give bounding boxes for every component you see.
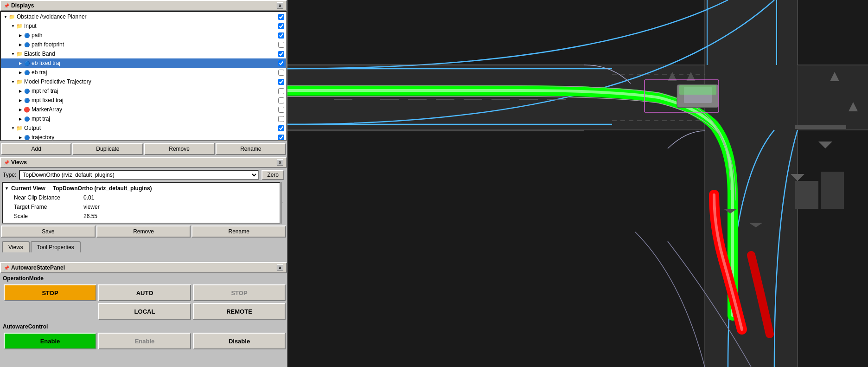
- tree-item-model-predictive[interactable]: ▼ 📁 Model Predictive Trajectory: [1, 77, 286, 86]
- expand-arrow[interactable]: ▶: [18, 135, 23, 140]
- remote-button[interactable]: REMOTE: [193, 303, 286, 320]
- tree-item-mpt-ref-traj[interactable]: ▶ 🔵 mpt ref traj: [1, 86, 286, 96]
- tab-tool-properties[interactable]: Tool Properties: [31, 241, 81, 252]
- item-checkbox[interactable]: [278, 23, 284, 29]
- display-icon: 🔵: [23, 41, 31, 48]
- expand-arrow[interactable]: ▶: [18, 107, 23, 112]
- views-save-button[interactable]: Save: [1, 225, 96, 238]
- folder-icon: 📁: [16, 50, 23, 58]
- near-clip-value: 0.01: [83, 194, 94, 201]
- tab-views[interactable]: Views: [2, 241, 30, 252]
- tree-item-mpt-traj[interactable]: ▶ 🔵 mpt traj: [1, 114, 286, 123]
- near-clip-property: Near Clip Distance 0.01: [5, 193, 278, 202]
- type-select[interactable]: TopDownOrtho (rviz_default_plugins): [19, 170, 259, 180]
- expand-arrow[interactable]: ▼: [3, 14, 8, 19]
- tree-item-elastic-band[interactable]: ▼ 📁 Elastic Band: [1, 49, 286, 58]
- tree-item-path[interactable]: ▶ 🔵 path: [1, 31, 286, 40]
- tab-bar: Views Tool Properties: [0, 239, 287, 252]
- item-checkbox[interactable]: [278, 97, 284, 103]
- tree-item-input[interactable]: ▼ 📁 Input: [1, 21, 286, 31]
- resize-handle[interactable]: ⋮: [281, 182, 286, 224]
- item-checkbox[interactable]: [278, 70, 284, 76]
- enable-disabled-button[interactable]: Enable: [98, 333, 191, 349]
- expand-arrow[interactable]: ▼: [10, 125, 16, 131]
- expand-arrow[interactable]: ▶: [18, 42, 23, 47]
- views-rename-button[interactable]: Rename: [191, 225, 286, 238]
- autoware-header: 📌 AutowareStatePanel ×: [0, 262, 287, 273]
- auto-button[interactable]: AUTO: [98, 284, 191, 301]
- expand-arrow-view[interactable]: ▼: [5, 186, 11, 191]
- tree-item-output[interactable]: ▼ 📁 Output: [1, 123, 286, 133]
- svg-rect-6: [705, 0, 798, 367]
- views-title: Views: [11, 159, 27, 166]
- target-frame-label: Target Frame: [14, 204, 83, 210]
- item-checkbox[interactable]: [278, 14, 284, 20]
- pin-icon: 📌: [4, 3, 9, 8]
- views-close-button[interactable]: ×: [277, 159, 283, 166]
- tool-properties-section: [0, 252, 287, 262]
- tree-item-obstacle-avoidance[interactable]: ▼ 📁 Obstacle Avoidance Planner: [1, 12, 286, 21]
- enable-active-button[interactable]: Enable: [4, 333, 96, 349]
- disable-button[interactable]: Disable: [193, 333, 286, 349]
- views-remove-button[interactable]: Remove: [96, 225, 191, 238]
- tree-item-marker-array[interactable]: ▶ 🔴 MarkerArray: [1, 105, 286, 114]
- tree-item-eb-fixed-traj[interactable]: ▶ 🔵 eb fixed traj: [1, 58, 286, 68]
- expand-arrow[interactable]: ▶: [18, 60, 23, 66]
- target-frame-property: Target Frame viewer: [5, 202, 278, 212]
- displays-close-button[interactable]: ×: [277, 2, 283, 9]
- expand-arrow[interactable]: ▼: [10, 51, 16, 57]
- rename-button[interactable]: Rename: [216, 143, 286, 155]
- item-checkbox[interactable]: [278, 107, 284, 113]
- expand-arrow[interactable]: ▼: [10, 23, 16, 29]
- expand-arrow[interactable]: ▶: [18, 70, 23, 75]
- autoware-title: AutowareStatePanel: [11, 264, 65, 271]
- item-label: path footprint: [32, 41, 278, 48]
- resize-dots: ⋮: [282, 201, 286, 205]
- tree-item-path-footprint[interactable]: ▶ 🔵 path footprint: [1, 40, 286, 49]
- item-checkbox[interactable]: [278, 42, 284, 48]
- viz-svg: [287, 0, 868, 367]
- type-label: Type:: [3, 172, 16, 178]
- expand-arrow[interactable]: ▼: [10, 79, 16, 84]
- item-label: eb traj: [32, 69, 278, 76]
- svg-rect-20: [821, 172, 844, 209]
- scale-value: 26.55: [83, 213, 97, 219]
- display-icon: 🔵: [23, 134, 31, 141]
- tree-item-trajectory[interactable]: ▶ 🔵 trajectory: [1, 133, 286, 141]
- folder-icon: 📁: [16, 124, 23, 132]
- marker-icon: 🔴: [23, 106, 31, 113]
- remove-button[interactable]: Remove: [144, 143, 215, 155]
- autoware-close-button[interactable]: ×: [277, 264, 283, 271]
- stop-active-button[interactable]: STOP: [4, 284, 96, 301]
- expand-arrow[interactable]: ▶: [18, 116, 23, 122]
- item-checkbox[interactable]: [278, 125, 284, 131]
- expand-arrow[interactable]: ▶: [18, 32, 23, 38]
- item-checkbox[interactable]: [278, 32, 284, 39]
- zero-button[interactable]: Zero: [262, 170, 284, 180]
- item-checkbox[interactable]: [278, 88, 284, 94]
- item-checkbox[interactable]: [278, 60, 284, 66]
- tree-item-eb-traj[interactable]: ▶ 🔵 eb traj: [1, 68, 286, 77]
- item-checkbox[interactable]: [278, 51, 284, 57]
- displays-title: Displays: [11, 2, 34, 9]
- expand-arrow[interactable]: ▶: [18, 88, 23, 94]
- item-checkbox[interactable]: [278, 79, 284, 85]
- expand-arrow[interactable]: ▶: [18, 97, 23, 103]
- item-label: mpt fixed traj: [32, 97, 278, 103]
- item-label: trajectory: [32, 134, 278, 141]
- item-checkbox[interactable]: [278, 135, 284, 141]
- duplicate-button[interactable]: Duplicate: [72, 143, 143, 155]
- display-icon: 🔵: [23, 69, 31, 76]
- stop-button[interactable]: STOP: [193, 284, 286, 301]
- item-checkbox[interactable]: [278, 116, 284, 122]
- add-button[interactable]: Add: [1, 143, 71, 155]
- type-row: Type: TopDownOrtho (rviz_default_plugins…: [0, 168, 287, 182]
- local-button[interactable]: LOCAL: [98, 303, 191, 320]
- svg-rect-18: [795, 125, 846, 129]
- tree-item-mpt-fixed-traj[interactable]: ▶ 🔵 mpt fixed traj: [1, 96, 286, 105]
- item-label: Obstacle Avoidance Planner: [17, 13, 278, 20]
- views-header: 📌 Views ×: [0, 157, 287, 168]
- svg-rect-24: [679, 85, 716, 95]
- display-icon: 🔵: [23, 32, 31, 39]
- target-frame-value: viewer: [83, 204, 100, 210]
